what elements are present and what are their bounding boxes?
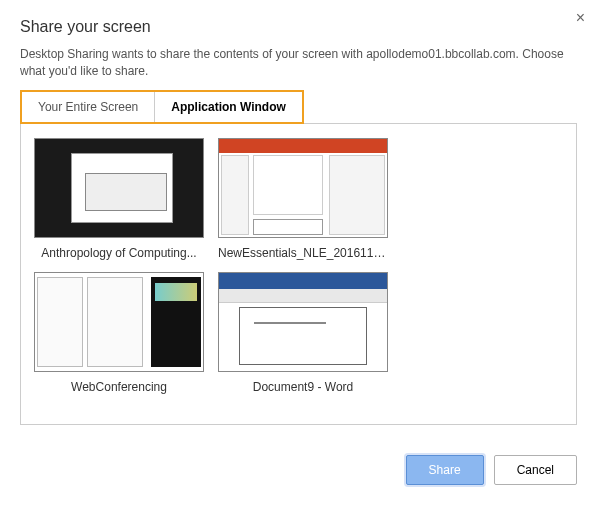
close-button[interactable]: × xyxy=(576,10,585,26)
tab-application-window[interactable]: Application Window xyxy=(155,92,302,122)
window-item[interactable]: Anthropology of Computing... xyxy=(31,138,207,260)
window-item[interactable]: Document9 - Word xyxy=(215,272,391,394)
share-button[interactable]: Share xyxy=(406,455,484,485)
tab-entire-screen[interactable]: Your Entire Screen xyxy=(22,92,155,122)
source-tabs: Your Entire Screen Application Window xyxy=(20,90,304,124)
dialog-footer: Share Cancel xyxy=(0,441,597,499)
window-thumbnail xyxy=(34,138,204,238)
window-thumbnail xyxy=(34,272,204,372)
window-label: Anthropology of Computing... xyxy=(41,246,196,260)
window-grid: Anthropology of Computing... NewEssentia… xyxy=(20,123,577,425)
dialog-description: Desktop Sharing wants to share the conte… xyxy=(20,46,577,80)
dialog-title: Share your screen xyxy=(20,18,577,36)
window-thumbnail xyxy=(218,272,388,372)
window-label: Document9 - Word xyxy=(253,380,353,394)
window-item[interactable]: WebConferencing xyxy=(31,272,207,394)
window-label: WebConferencing xyxy=(71,380,167,394)
window-item[interactable]: NewEssentials_NLE_2016110... xyxy=(215,138,391,260)
window-label: NewEssentials_NLE_2016110... xyxy=(218,246,388,260)
window-thumbnail xyxy=(218,138,388,238)
cancel-button[interactable]: Cancel xyxy=(494,455,577,485)
